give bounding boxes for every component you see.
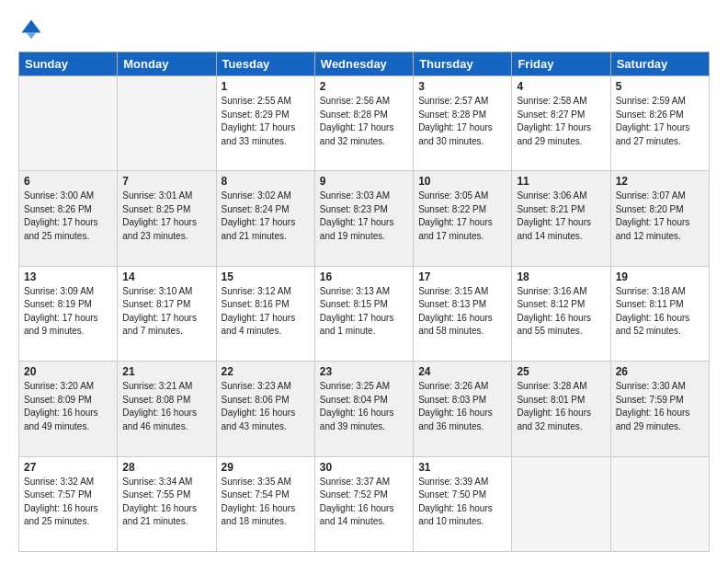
day-info: Sunrise: 3:09 AM Sunset: 8:19 PM Dayligh…	[24, 285, 112, 339]
day-info: Sunrise: 3:06 AM Sunset: 8:21 PM Dayligh…	[517, 190, 605, 243]
calendar-cell: 5Sunrise: 2:59 AM Sunset: 8:26 PM Daylig…	[610, 76, 709, 171]
day-info: Sunrise: 3:03 AM Sunset: 8:23 PM Dayligh…	[320, 190, 408, 243]
calendar-cell: 22Sunrise: 3:23 AM Sunset: 8:06 PM Dayli…	[216, 362, 314, 456]
calendar-cell: 7Sunrise: 3:01 AM Sunset: 8:25 PM Daylig…	[118, 171, 216, 266]
calendar-cell: 21Sunrise: 3:21 AM Sunset: 8:08 PM Dayli…	[118, 362, 216, 456]
day-number: 24	[418, 365, 506, 378]
calendar-cell: 18Sunrise: 3:16 AM Sunset: 8:12 PM Dayli…	[512, 266, 610, 361]
day-info: Sunrise: 3:12 AM Sunset: 8:16 PM Dayligh…	[222, 285, 310, 339]
calendar-cell: 15Sunrise: 3:12 AM Sunset: 8:16 PM Dayli…	[216, 266, 314, 361]
day-info: Sunrise: 3:30 AM Sunset: 7:59 PM Dayligh…	[616, 380, 704, 433]
day-number: 28	[122, 461, 210, 474]
day-number: 22	[222, 365, 310, 378]
calendar: SundayMondayTuesdayWednesdayThursdayFrid…	[18, 52, 710, 552]
calendar-cell: 27Sunrise: 3:32 AM Sunset: 7:57 PM Dayli…	[19, 456, 118, 551]
day-number: 14	[122, 270, 210, 283]
day-number: 31	[418, 461, 506, 474]
day-header-thursday: Thursday	[414, 52, 512, 76]
calendar-cell: 6Sunrise: 3:00 AM Sunset: 8:26 PM Daylig…	[19, 171, 118, 266]
day-number: 7	[122, 175, 210, 188]
day-info: Sunrise: 2:59 AM Sunset: 8:26 PM Dayligh…	[616, 95, 704, 148]
day-info: Sunrise: 3:23 AM Sunset: 8:06 PM Dayligh…	[222, 380, 310, 433]
day-info: Sunrise: 3:35 AM Sunset: 7:54 PM Dayligh…	[222, 476, 310, 529]
day-info: Sunrise: 3:26 AM Sunset: 8:03 PM Dayligh…	[418, 380, 506, 433]
logo-icon	[18, 17, 44, 42]
day-info: Sunrise: 3:00 AM Sunset: 8:26 PM Dayligh…	[24, 190, 112, 243]
calendar-cell: 31Sunrise: 3:39 AM Sunset: 7:50 PM Dayli…	[414, 456, 512, 551]
svg-marker-1	[27, 33, 37, 40]
day-number: 6	[24, 175, 112, 188]
day-info: Sunrise: 3:28 AM Sunset: 8:01 PM Dayligh…	[517, 380, 605, 433]
day-info: Sunrise: 3:25 AM Sunset: 8:04 PM Dayligh…	[320, 380, 408, 433]
calendar-cell: 29Sunrise: 3:35 AM Sunset: 7:54 PM Dayli…	[216, 456, 314, 551]
day-info: Sunrise: 3:02 AM Sunset: 8:24 PM Dayligh…	[222, 190, 310, 243]
calendar-cell	[610, 456, 709, 551]
calendar-cell: 4Sunrise: 2:58 AM Sunset: 8:27 PM Daylig…	[512, 76, 610, 171]
day-number: 13	[24, 270, 112, 283]
day-number: 27	[24, 461, 112, 474]
day-info: Sunrise: 3:01 AM Sunset: 8:25 PM Dayligh…	[122, 190, 210, 243]
calendar-week-row: 1Sunrise: 2:55 AM Sunset: 8:29 PM Daylig…	[19, 76, 710, 171]
calendar-week-row: 6Sunrise: 3:00 AM Sunset: 8:26 PM Daylig…	[19, 171, 710, 266]
calendar-cell: 1Sunrise: 2:55 AM Sunset: 8:29 PM Daylig…	[216, 76, 314, 171]
calendar-cell: 30Sunrise: 3:37 AM Sunset: 7:52 PM Dayli…	[314, 456, 413, 551]
day-number: 18	[517, 270, 605, 283]
day-number: 30	[320, 461, 408, 474]
svg-marker-0	[22, 20, 41, 33]
calendar-cell: 9Sunrise: 3:03 AM Sunset: 8:23 PM Daylig…	[314, 171, 413, 266]
calendar-cell: 25Sunrise: 3:28 AM Sunset: 8:01 PM Dayli…	[512, 362, 610, 456]
day-info: Sunrise: 3:21 AM Sunset: 8:08 PM Dayligh…	[122, 380, 210, 433]
day-number: 25	[517, 365, 605, 378]
calendar-week-row: 20Sunrise: 3:20 AM Sunset: 8:09 PM Dayli…	[19, 362, 710, 456]
day-number: 15	[222, 270, 310, 283]
calendar-cell	[512, 456, 610, 551]
calendar-header-row: SundayMondayTuesdayWednesdayThursdayFrid…	[19, 52, 710, 76]
day-info: Sunrise: 3:39 AM Sunset: 7:50 PM Dayligh…	[418, 476, 506, 529]
day-header-sunday: Sunday	[19, 52, 118, 76]
calendar-cell: 10Sunrise: 3:05 AM Sunset: 8:22 PM Dayli…	[414, 171, 512, 266]
day-number: 11	[517, 175, 605, 188]
day-info: Sunrise: 3:10 AM Sunset: 8:17 PM Dayligh…	[122, 285, 210, 339]
day-header-wednesday: Wednesday	[314, 52, 413, 76]
day-number: 23	[320, 365, 408, 378]
day-number: 2	[320, 80, 408, 93]
page: SundayMondayTuesdayWednesdayThursdayFrid…	[0, 0, 728, 563]
calendar-cell: 16Sunrise: 3:13 AM Sunset: 8:15 PM Dayli…	[314, 266, 413, 361]
calendar-cell: 20Sunrise: 3:20 AM Sunset: 8:09 PM Dayli…	[19, 362, 118, 456]
calendar-cell: 3Sunrise: 2:57 AM Sunset: 8:28 PM Daylig…	[414, 76, 512, 171]
day-number: 20	[24, 365, 112, 378]
calendar-cell	[118, 76, 216, 171]
calendar-cell: 26Sunrise: 3:30 AM Sunset: 7:59 PM Dayli…	[610, 362, 709, 456]
day-number: 29	[222, 461, 310, 474]
day-header-monday: Monday	[118, 52, 216, 76]
calendar-cell: 23Sunrise: 3:25 AM Sunset: 8:04 PM Dayli…	[314, 362, 413, 456]
day-info: Sunrise: 3:34 AM Sunset: 7:55 PM Dayligh…	[122, 476, 210, 529]
day-number: 26	[616, 365, 704, 378]
day-number: 19	[616, 270, 704, 283]
calendar-cell: 2Sunrise: 2:56 AM Sunset: 8:28 PM Daylig…	[314, 76, 413, 171]
day-info: Sunrise: 3:32 AM Sunset: 7:57 PM Dayligh…	[24, 476, 112, 529]
calendar-week-row: 13Sunrise: 3:09 AM Sunset: 8:19 PM Dayli…	[19, 266, 710, 361]
day-info: Sunrise: 3:37 AM Sunset: 7:52 PM Dayligh…	[320, 476, 408, 529]
header	[18, 17, 710, 42]
day-info: Sunrise: 3:13 AM Sunset: 8:15 PM Dayligh…	[320, 285, 408, 339]
day-info: Sunrise: 3:15 AM Sunset: 8:13 PM Dayligh…	[418, 285, 506, 339]
day-header-friday: Friday	[512, 52, 610, 76]
calendar-cell: 11Sunrise: 3:06 AM Sunset: 8:21 PM Dayli…	[512, 171, 610, 266]
day-number: 1	[222, 80, 310, 93]
day-number: 12	[616, 175, 704, 188]
calendar-cell: 24Sunrise: 3:26 AM Sunset: 8:03 PM Dayli…	[414, 362, 512, 456]
calendar-cell	[19, 76, 118, 171]
day-header-saturday: Saturday	[610, 52, 709, 76]
day-info: Sunrise: 2:56 AM Sunset: 8:28 PM Dayligh…	[320, 95, 408, 148]
day-info: Sunrise: 3:07 AM Sunset: 8:20 PM Dayligh…	[616, 190, 704, 243]
day-header-tuesday: Tuesday	[216, 52, 314, 76]
day-number: 17	[418, 270, 506, 283]
day-info: Sunrise: 3:20 AM Sunset: 8:09 PM Dayligh…	[24, 380, 112, 433]
day-number: 10	[418, 175, 506, 188]
day-number: 5	[616, 80, 704, 93]
day-number: 9	[320, 175, 408, 188]
calendar-cell: 19Sunrise: 3:18 AM Sunset: 8:11 PM Dayli…	[610, 266, 709, 361]
calendar-cell: 28Sunrise: 3:34 AM Sunset: 7:55 PM Dayli…	[118, 456, 216, 551]
day-info: Sunrise: 2:55 AM Sunset: 8:29 PM Dayligh…	[222, 95, 310, 148]
